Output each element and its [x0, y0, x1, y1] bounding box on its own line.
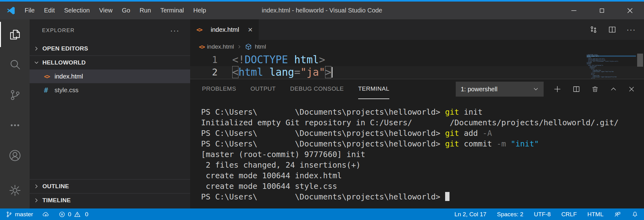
code-token: "ja"	[300, 66, 325, 78]
code-token: DOCTYPE	[245, 54, 288, 66]
terminal-text: Initialized empty Git repository in C:/U…	[201, 118, 619, 127]
menu-help[interactable]: Help	[189, 2, 211, 19]
activity-account-icon[interactable]	[0, 140, 30, 170]
css-file-icon: #	[44, 86, 55, 94]
section-open-editors[interactable]: OPEN EDITORS	[30, 42, 190, 55]
status-notifications[interactable]	[632, 211, 638, 218]
section-outline[interactable]: OUTLINE	[30, 179, 190, 193]
terminal-text: PS C:\Users\ \Documents\projects\hellowo…	[201, 139, 445, 148]
panel-tab-problems[interactable]: PROBLEMS	[202, 79, 236, 99]
panel-tab-debug-console[interactable]: DEBUG CONSOLE	[290, 79, 344, 99]
section-timeline[interactable]: TIMELINE	[30, 194, 190, 207]
editor-group: <> index.html × ··· <> index.html html 1…	[190, 19, 644, 79]
terminal-text: git	[445, 108, 459, 117]
terminal-line: PS C:\Users\ \Documents\projects\hellowo…	[201, 107, 644, 117]
status-cursor-position[interactable]: Ln 2, Col 17	[454, 211, 486, 218]
terminal-text	[506, 139, 511, 148]
line-number: 2	[190, 66, 218, 79]
terminal-output[interactable]: PS C:\Users\ \Documents\projects\hellowo…	[190, 99, 644, 202]
minimap[interactable]: <!DOCTYPE html><html lang="ja"><head> <m…	[587, 54, 636, 79]
panel-tab-output[interactable]: OUTPUT	[251, 79, 276, 99]
sidebar-bottom-sections: OUTLINE TIMELINE	[30, 179, 190, 207]
symbol-cube-icon	[245, 43, 252, 50]
terminal-text: create mode 100644 style.css	[201, 182, 337, 191]
cloud-upload-icon	[42, 211, 49, 218]
terminal-text: -A	[483, 129, 492, 138]
terminal-cursor	[445, 192, 449, 201]
menu-go[interactable]: Go	[117, 2, 135, 19]
kill-terminal-icon[interactable]	[591, 85, 599, 93]
close-panel-icon[interactable]	[628, 85, 635, 93]
minimize-button[interactable]	[560, 2, 588, 19]
feedback-icon	[614, 211, 621, 218]
more-actions-icon[interactable]: ···	[627, 25, 636, 34]
close-button[interactable]	[616, 2, 644, 19]
code-token: <	[232, 66, 238, 78]
status-indentation[interactable]: Spaces: 2	[497, 211, 523, 218]
open-changes-icon[interactable]	[589, 25, 598, 34]
panel-tab-terminal[interactable]: TERMINAL	[358, 79, 389, 99]
new-terminal-icon[interactable]	[553, 85, 562, 93]
status-problems[interactable]: 00	[59, 211, 88, 218]
terminal-text: create mode 100644 index.html	[201, 171, 342, 180]
breadcrumb-item-symbol[interactable]: html	[255, 43, 266, 50]
code-token: =	[294, 66, 300, 78]
terminal-line: create mode 100644 index.html	[201, 170, 644, 181]
code-line-2[interactable]: 2<html lang="ja">	[190, 66, 644, 79]
terminal-line: [master (root-commit) 9777660] init	[201, 149, 644, 160]
status-feedback[interactable]	[614, 211, 621, 218]
status-language-mode[interactable]: HTML	[587, 211, 603, 218]
activity-search-icon[interactable]	[0, 50, 30, 80]
tab-label: index.html	[211, 26, 239, 33]
terminal-line: PS C:\Users\ \Documents\projects\hellowo…	[201, 192, 644, 202]
maximize-panel-icon[interactable]	[610, 85, 617, 93]
activity-bar	[0, 19, 30, 208]
menu-bar: FileEditSelectionViewGoRunTerminalHelp	[20, 2, 211, 19]
tab-index-html[interactable]: <> index.html ×	[190, 19, 259, 40]
file-style-css[interactable]: #style.css	[30, 83, 190, 97]
html-file-icon: <>	[196, 26, 207, 33]
status-eol[interactable]: CRLF	[561, 211, 577, 218]
html-file-icon: <>	[44, 73, 55, 80]
menu-file[interactable]: File	[20, 2, 39, 19]
tab-bar: <> index.html × ···	[190, 19, 644, 40]
terminal-text: PS C:\Users\ \Documents\projects\hellowo…	[201, 108, 445, 117]
line-number: 1	[190, 54, 218, 66]
terminal-text: PS C:\Users\ \Documents\projects\hellowo…	[201, 129, 445, 138]
status-bar: master00 Ln 2, Col 17Spaces: 2UTF-8CRLFH…	[0, 208, 644, 220]
section-helloworld[interactable]: HELLOWORLD	[30, 56, 190, 69]
section-label: TIMELINE	[42, 197, 71, 204]
activity-source-control-icon[interactable]	[0, 80, 30, 110]
close-tab-icon[interactable]: ×	[248, 26, 252, 34]
menu-view[interactable]: View	[94, 2, 117, 19]
code-line-1[interactable]: 1<!DOCTYPE html>	[190, 54, 644, 66]
code-token	[263, 66, 269, 78]
terminal-shell-select[interactable]: 1: powershell	[456, 82, 544, 97]
menu-edit[interactable]: Edit	[39, 2, 59, 19]
split-editor-icon[interactable]	[608, 25, 617, 34]
terminal-text: add	[459, 129, 483, 138]
code-editor[interactable]: 1<!DOCTYPE html>2<html lang="ja"> <!DOCT…	[190, 54, 644, 79]
more-actions-icon[interactable]: ···	[170, 26, 180, 35]
activity-settings-gear-icon[interactable]	[0, 175, 30, 205]
terminal-text: -m	[497, 139, 506, 148]
maximize-button[interactable]	[588, 2, 616, 19]
editor-scrollbar[interactable]	[637, 54, 643, 67]
menu-run[interactable]: Run	[135, 2, 156, 19]
activity-more-icon[interactable]	[0, 110, 30, 140]
status-sync[interactable]	[42, 211, 49, 218]
section-label: HELLOWORLD	[42, 59, 86, 66]
activity-files-icon[interactable]	[0, 19, 30, 50]
split-terminal-icon[interactable]	[572, 85, 580, 93]
menu-selection[interactable]: Selection	[60, 2, 94, 19]
status-branch[interactable]: master	[6, 211, 33, 218]
status-label: master	[15, 211, 33, 218]
breadcrumb-item-file[interactable]: index.html	[207, 43, 234, 50]
status-encoding[interactable]: UTF-8	[534, 211, 551, 218]
chevron-right-icon	[237, 44, 242, 49]
terminal-line: Initialized empty Git repository in C:/U…	[201, 117, 644, 128]
menu-terminal[interactable]: Terminal	[156, 2, 189, 19]
text-cursor	[332, 67, 333, 78]
titlebar: FileEditSelectionViewGoRunTerminalHelp i…	[0, 2, 644, 19]
file-index-html[interactable]: <>index.html	[30, 69, 190, 83]
